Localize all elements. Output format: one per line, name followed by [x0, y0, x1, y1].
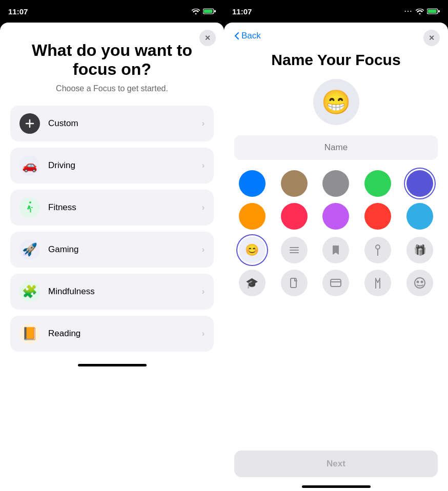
svg-point-20 [421, 281, 423, 283]
icon-list[interactable] [281, 237, 308, 263]
fork-symbol [373, 277, 382, 289]
icon-document[interactable] [281, 270, 308, 296]
wifi-icon [192, 8, 200, 14]
icon-gift[interactable]: 🎁 [406, 237, 433, 263]
emoji-symbol: 😊 [245, 243, 259, 257]
name-input[interactable] [234, 135, 438, 160]
svg-point-18 [415, 278, 425, 288]
right-status-icons: ··· [404, 8, 440, 15]
svg-rect-5 [438, 10, 440, 12]
mindfulness-chevron: › [202, 287, 205, 296]
focus-emoji: 😁 [321, 88, 351, 116]
right-header: Back [234, 31, 438, 41]
emoji-avatar[interactable]: 😁 [313, 79, 359, 125]
left-subtitle: Choose a Focus to get started. [10, 84, 214, 93]
color-grid [234, 170, 438, 230]
list-symbol [289, 246, 299, 254]
focus-item-gaming[interactable]: 🚀 Gaming › [10, 232, 214, 268]
color-orange[interactable] [239, 203, 266, 230]
icon-pin[interactable] [364, 237, 391, 263]
wifi-icon-right [416, 8, 424, 14]
back-label: Back [241, 31, 261, 41]
fitness-label: Fitness [48, 202, 202, 213]
close-button-left[interactable]: ✕ [199, 30, 216, 46]
mindfulness-icon: 🧩 [19, 281, 40, 302]
chevron-left-icon [234, 32, 239, 40]
close-button-right[interactable]: ✕ [423, 30, 440, 46]
focus-list: Custom › 🚗 Driving › Fitness › [10, 106, 214, 360]
right-panel: Back ✕ Name Your Focus 😁 😊 [224, 23, 448, 491]
apps-symbol [414, 277, 425, 289]
focus-item-mindfulness[interactable]: 🧩 Mindfulness › [10, 274, 214, 310]
home-indicator-right [302, 485, 371, 488]
reading-icon: 📙 [19, 323, 40, 344]
icon-bookmark[interactable] [322, 237, 349, 263]
gaming-icon: 🚀 [19, 239, 40, 260]
icon-card[interactable] [322, 270, 349, 296]
pin-symbol [374, 244, 381, 256]
icon-graduation[interactable]: 🎓 [239, 270, 266, 296]
right-status-bar: 11:07 ··· [224, 0, 448, 23]
svg-point-19 [417, 281, 419, 283]
fitness-chevron: › [202, 203, 205, 212]
signal-dots: ··· [404, 8, 413, 15]
close-icon-left: ✕ [205, 34, 211, 42]
icon-apps[interactable] [406, 270, 433, 296]
card-symbol [330, 279, 341, 287]
color-tan[interactable] [281, 170, 308, 197]
icon-emoji[interactable]: 😊 [239, 237, 266, 263]
driving-label: Driving [48, 160, 202, 171]
focus-item-reading[interactable]: 📙 Reading › [10, 316, 214, 352]
svg-rect-14 [331, 279, 341, 287]
next-button[interactable]: Next [234, 451, 438, 477]
left-status-bar: 11:07 [0, 0, 224, 23]
svg-point-11 [376, 245, 380, 249]
mindfulness-label: Mindfulness [48, 287, 202, 297]
graduation-symbol: 🎓 [246, 277, 258, 289]
left-status-icons [192, 8, 216, 14]
custom-chevron: › [202, 119, 205, 128]
reading-chevron: › [202, 329, 205, 338]
focus-item-driving[interactable]: 🚗 Driving › [10, 148, 214, 183]
color-blue[interactable] [239, 170, 266, 197]
bookmark-symbol [332, 244, 340, 256]
gaming-label: Gaming [48, 244, 202, 255]
panels-row: ✕ What do you want to focus on? Choose a… [0, 23, 448, 491]
reading-label: Reading [48, 329, 202, 339]
color-violet[interactable] [322, 203, 349, 230]
color-pink[interactable] [281, 203, 308, 230]
next-label: Next [327, 459, 345, 468]
fitness-icon [19, 197, 40, 218]
gaming-chevron: › [202, 245, 205, 254]
svg-rect-4 [428, 10, 437, 13]
left-title: What do you want to focus on? [10, 41, 214, 79]
gift-symbol: 🎁 [414, 244, 426, 256]
status-bars: 11:07 11:07 ··· [0, 0, 448, 23]
focus-item-custom[interactable]: Custom › [10, 106, 214, 141]
color-red[interactable] [364, 203, 391, 230]
battery-icon-right [427, 8, 440, 14]
home-indicator-left [78, 364, 147, 366]
battery-icon [203, 8, 216, 14]
driving-icon: 🚗 [19, 155, 40, 176]
right-time: 11:07 [232, 7, 252, 16]
close-icon-right: ✕ [429, 34, 435, 42]
document-symbol [290, 278, 298, 288]
focus-item-fitness[interactable]: Fitness › [10, 190, 214, 226]
svg-rect-2 [214, 10, 216, 12]
right-title: Name Your Focus [234, 51, 438, 69]
color-gray[interactable] [322, 170, 349, 197]
back-button[interactable]: Back [234, 31, 261, 41]
color-teal[interactable] [406, 203, 433, 230]
custom-label: Custom [48, 118, 202, 129]
color-purple[interactable] [406, 170, 433, 197]
icon-grid: 😊 🎁 [234, 237, 438, 296]
custom-icon [19, 113, 40, 134]
left-time: 11:07 [8, 7, 28, 16]
color-green[interactable] [364, 170, 391, 197]
driving-chevron: › [202, 161, 205, 170]
svg-rect-13 [291, 278, 296, 288]
icon-fork[interactable] [364, 270, 391, 296]
svg-rect-1 [204, 10, 213, 13]
left-panel: ✕ What do you want to focus on? Choose a… [0, 23, 224, 491]
